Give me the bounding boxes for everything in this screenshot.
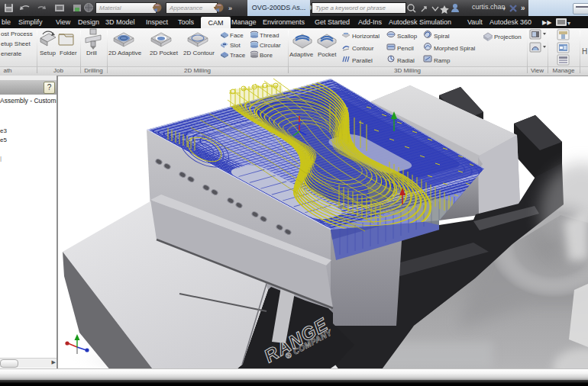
svg-text:»: » [228, 5, 232, 12]
svg-text:H: H [582, 47, 587, 56]
